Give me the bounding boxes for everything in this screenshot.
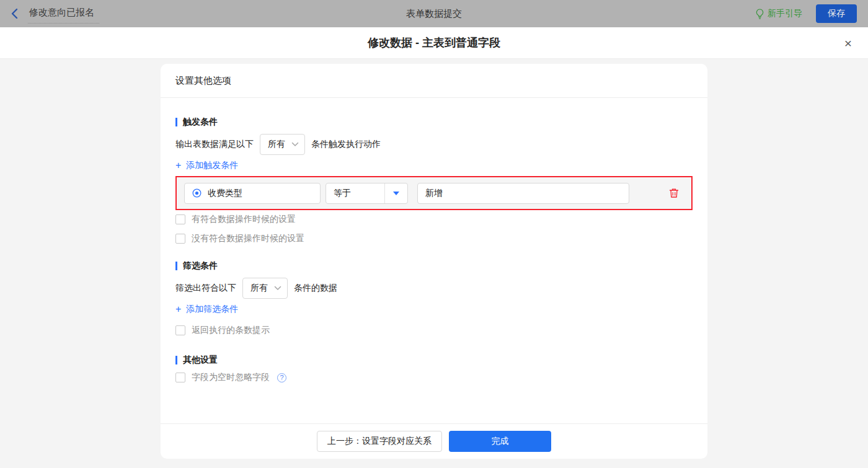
other-section-title: 其他设置 [175, 355, 693, 366]
condition-value-text: 新增 [425, 188, 443, 199]
ignore-empty-field-label: 字段为空时忽略字段 [192, 372, 270, 383]
section-marker [175, 262, 177, 270]
no-matching-data-option[interactable]: 没有符合数据操作时候的设置 [175, 233, 693, 244]
checkbox-icon[interactable] [175, 325, 185, 335]
add-trigger-condition-label: 添加触发条件 [186, 160, 238, 171]
lightbulb-icon [756, 9, 764, 19]
topbar-title: 表单数据提交 [406, 8, 462, 20]
condition-field-value: 收费类型 [208, 188, 242, 199]
condition-operator-select[interactable]: 等于 [326, 183, 408, 204]
card-footer: 上一步：设置字段对应关系 完成 [161, 423, 707, 459]
caret-down-icon [385, 183, 407, 203]
condition-field-select[interactable]: 收费类型 [184, 183, 321, 204]
add-trigger-condition-link[interactable]: + 添加触发条件 [175, 160, 238, 171]
previous-step-button[interactable]: 上一步：设置字段对应关系 [317, 431, 442, 452]
modal-header: 修改数据 - 主表到普通字段 × [0, 27, 868, 59]
help-icon[interactable]: ? [277, 373, 286, 382]
radio-icon [192, 188, 202, 198]
return-count-option[interactable]: 返回执行的条数提示 [175, 325, 693, 336]
beginner-guide-label: 新手引导 [768, 8, 802, 19]
trigger-condition-row: 收费类型 等于 新增 [175, 176, 693, 210]
done-button[interactable]: 完成 [449, 431, 551, 452]
filter-mode-value: 所有 [250, 283, 268, 294]
trigger-mode-suffix: 条件触发执行动作 [311, 139, 381, 150]
beginner-guide-link[interactable]: 新手引导 [756, 8, 802, 19]
ignore-empty-field-option[interactable]: 字段为空时忽略字段 ? [175, 372, 693, 383]
back-group: 修改意向已报名 [11, 4, 99, 24]
close-icon[interactable]: × [844, 37, 852, 50]
no-matching-data-label: 没有符合数据操作时候的设置 [192, 233, 304, 244]
flow-name-field[interactable]: 修改意向已报名 [28, 4, 99, 24]
plus-icon: + [175, 161, 181, 170]
other-title-text: 其他设置 [183, 355, 218, 366]
checkbox-icon[interactable] [175, 373, 185, 382]
add-filter-condition-link[interactable]: + 添加筛选条件 [175, 304, 238, 315]
card-header: 设置其他选项 [161, 64, 707, 98]
section-marker [175, 118, 177, 126]
has-matching-data-label: 有符合数据操作时候的设置 [192, 214, 296, 225]
modal-title: 修改数据 - 主表到普通字段 [368, 35, 500, 50]
condition-operator-value: 等于 [326, 183, 384, 203]
filter-section-title: 筛选条件 [175, 260, 693, 272]
chevron-down-icon [291, 142, 299, 147]
trigger-mode-value: 所有 [268, 139, 285, 150]
trigger-section-title: 触发条件 [175, 117, 693, 128]
return-count-label: 返回执行的条数提示 [192, 325, 270, 336]
modal-body: 设置其他选项 触发条件 输出表数据满足以下 所有 条件触发执行动作 + 添加触发… [0, 59, 868, 468]
save-button[interactable]: 保存 [816, 4, 857, 23]
trigger-mode-select[interactable]: 所有 [260, 134, 305, 155]
back-icon[interactable] [11, 8, 18, 19]
plus-icon: + [175, 304, 181, 314]
filter-title-text: 筛选条件 [183, 260, 218, 272]
condition-value-input[interactable]: 新增 [417, 183, 629, 204]
trigger-title-text: 触发条件 [183, 117, 218, 128]
filter-mode-suffix: 条件的数据 [294, 283, 337, 294]
trigger-mode-row: 输出表数据满足以下 所有 条件触发执行动作 [175, 134, 693, 155]
section-marker [175, 356, 177, 364]
filter-mode-row: 筛选出符合以下 所有 条件的数据 [175, 278, 693, 299]
options-card: 设置其他选项 触发条件 输出表数据满足以下 所有 条件触发执行动作 + 添加触发… [161, 64, 707, 459]
add-filter-condition-label: 添加筛选条件 [186, 304, 238, 315]
trash-icon [669, 188, 679, 198]
checkbox-icon[interactable] [175, 214, 185, 224]
has-matching-data-option[interactable]: 有符合数据操作时候的设置 [175, 214, 693, 225]
card-body: 触发条件 输出表数据满足以下 所有 条件触发执行动作 + 添加触发条件 收费类型 [161, 98, 707, 423]
filter-mode-select[interactable]: 所有 [242, 278, 288, 299]
topbar: 修改意向已报名 表单数据提交 新手引导 保存 [0, 0, 868, 27]
filter-mode-prefix: 筛选出符合以下 [175, 283, 236, 294]
chevron-down-icon [274, 286, 281, 291]
topbar-actions: 新手引导 保存 [756, 4, 857, 23]
trigger-mode-prefix: 输出表数据满足以下 [175, 139, 254, 150]
delete-condition-button[interactable] [669, 188, 679, 198]
checkbox-icon[interactable] [175, 234, 185, 244]
